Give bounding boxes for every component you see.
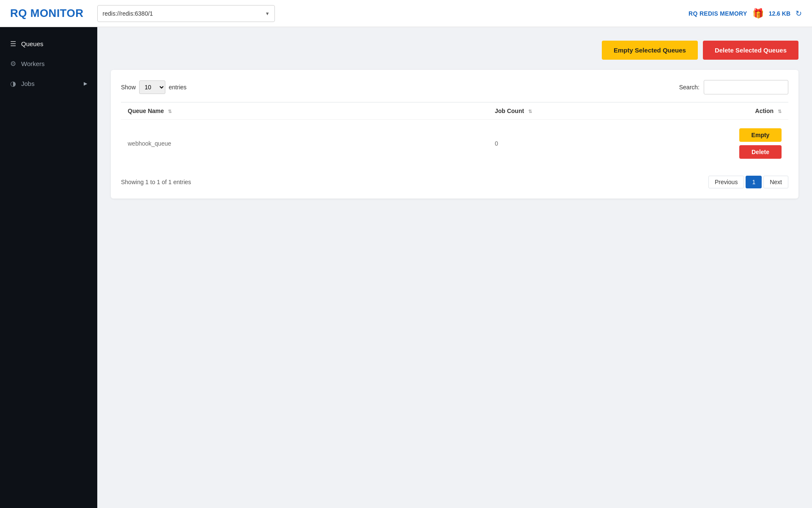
col-header-queue-name[interactable]: Queue Name ⇅ (121, 102, 488, 120)
search-label: Search: (679, 84, 700, 91)
pagination-row: Showing 1 to 1 of 1 entries Previous 1 N… (121, 176, 788, 188)
sidebar-workers-label: Workers (21, 60, 45, 67)
sort-icon-job-count: ⇅ (528, 109, 532, 114)
table-row: webhook_queue 0 Empty Delete (121, 120, 788, 168)
queues-icon: ☰ (10, 40, 16, 48)
show-entries-control: Show 10 25 50 100 entries (121, 80, 187, 94)
redis-select-wrap: redis://redis:6380/1 (97, 5, 275, 22)
sidebar-item-jobs[interactable]: ◑ Jobs ▶ (0, 74, 97, 94)
redis-selector: redis://redis:6380/1 (97, 5, 689, 22)
queues-table: Queue Name ⇅ Job Count ⇅ Action ⇅ (121, 102, 788, 167)
workers-icon: ⚙ (10, 60, 16, 68)
show-label: Show (121, 84, 136, 91)
table-body: webhook_queue 0 Empty Delete (121, 120, 788, 168)
header-right: RQ REDIS MEMORY 🎁 12.6 KB ↻ (689, 8, 802, 19)
chevron-right-icon: ▶ (84, 81, 87, 86)
redis-url-select[interactable]: redis://redis:6380/1 (97, 5, 275, 22)
empty-queue-button[interactable]: Empty (739, 128, 782, 142)
delete-queue-button[interactable]: Delete (739, 145, 782, 159)
col-header-job-count[interactable]: Job Count ⇅ (488, 102, 688, 120)
table-card: Show 10 25 50 100 entries Search: (111, 70, 798, 199)
action-buttons: Empty Delete (695, 128, 782, 159)
memory-value: 12.6 KB (769, 10, 790, 17)
pagination-buttons: Previous 1 Next (708, 176, 788, 188)
refresh-icon[interactable]: ↻ (796, 9, 802, 18)
header: RQ MONITOR redis://redis:6380/1 RQ REDIS… (0, 0, 812, 27)
app-logo: RQ MONITOR (10, 7, 84, 20)
queue-name-cell: webhook_queue (121, 120, 488, 168)
redis-memory-label: RQ REDIS MEMORY (689, 10, 747, 17)
layout: ☰ Queues ⚙ Workers ◑ Jobs ▶ Empty Select… (0, 27, 812, 508)
show-count-select[interactable]: 10 25 50 100 (139, 80, 165, 94)
jobs-icon: ◑ (10, 80, 16, 88)
empty-selected-queues-button[interactable]: Empty Selected Queues (602, 41, 698, 60)
sidebar-jobs-label: Jobs (21, 80, 35, 87)
job-count-cell: 0 (488, 120, 688, 168)
sort-icon-queue-name: ⇅ (168, 109, 172, 114)
main-content: Empty Selected Queues Delete Selected Qu… (97, 27, 812, 508)
search-input[interactable] (704, 80, 788, 94)
entries-label: entries (169, 84, 187, 91)
sort-icon-action: ⇅ (778, 109, 782, 114)
showing-text: Showing 1 to 1 of 1 entries (121, 179, 191, 185)
action-cell: Empty Delete (688, 120, 788, 168)
delete-selected-queues-button[interactable]: Delete Selected Queues (703, 41, 798, 60)
table-header: Queue Name ⇅ Job Count ⇅ Action ⇅ (121, 102, 788, 120)
box-icon: 🎁 (752, 8, 764, 19)
top-action-bar: Empty Selected Queues Delete Selected Qu… (111, 41, 798, 60)
sidebar: ☰ Queues ⚙ Workers ◑ Jobs ▶ (0, 27, 97, 508)
search-wrap: Search: (679, 80, 788, 94)
col-header-action: Action ⇅ (688, 102, 788, 120)
table-controls: Show 10 25 50 100 entries Search: (121, 80, 788, 94)
page-1-button[interactable]: 1 (746, 176, 762, 188)
sidebar-item-queues[interactable]: ☰ Queues (0, 34, 97, 54)
sidebar-queues-label: Queues (21, 40, 44, 47)
sidebar-item-workers[interactable]: ⚙ Workers (0, 54, 97, 74)
previous-button[interactable]: Previous (708, 176, 744, 188)
next-button[interactable]: Next (763, 176, 788, 188)
